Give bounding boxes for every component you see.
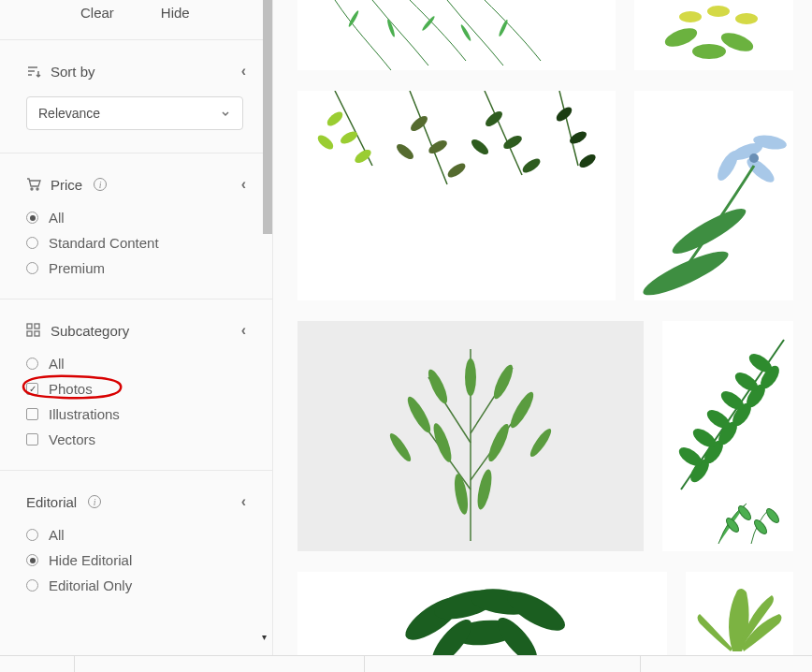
- editorial-option-hide[interactable]: Hide Editorial: [26, 552, 246, 568]
- subcategory-option-vectors[interactable]: Vectors: [26, 431, 246, 447]
- option-label: Photos: [49, 381, 93, 397]
- editorial-title: Editorial: [26, 494, 77, 510]
- result-thumbnail[interactable]: [662, 321, 793, 551]
- radio-icon: [26, 554, 38, 566]
- hide-filters-link[interactable]: Hide: [161, 5, 190, 21]
- option-label: Illustrations: [49, 406, 120, 422]
- subcategory-option-photos[interactable]: ✓ Photos: [26, 381, 246, 397]
- subcategory-title: Subcategory: [51, 323, 129, 339]
- svg-rect-4: [27, 331, 32, 336]
- results-grid: [273, 0, 812, 655]
- price-option-standard[interactable]: Standard Content: [26, 235, 246, 251]
- svg-point-0: [31, 188, 33, 190]
- grid-icon: [26, 323, 41, 338]
- radio-icon: [26, 212, 38, 224]
- subcategory-header[interactable]: Subcategory ‹: [26, 322, 246, 339]
- svg-point-48: [465, 358, 476, 396]
- price-title: Price: [51, 177, 82, 193]
- checkbox-icon: ✓: [26, 383, 38, 395]
- scroll-dropdown-caret[interactable]: ▾: [262, 632, 267, 642]
- svg-point-1: [36, 188, 38, 190]
- radio-icon: [26, 529, 38, 541]
- price-header[interactable]: Price i ‹: [26, 176, 246, 193]
- editorial-option-all[interactable]: All: [26, 527, 246, 543]
- status-bar: [0, 655, 812, 672]
- editorial-option-only[interactable]: Editorial Only: [26, 577, 246, 593]
- result-thumbnail[interactable]: [297, 0, 616, 70]
- svg-rect-2: [27, 324, 32, 329]
- option-label: Editorial Only: [49, 577, 132, 593]
- radio-icon: [26, 358, 38, 370]
- radio-icon: [26, 262, 38, 274]
- svg-rect-3: [35, 324, 39, 329]
- checkbox-icon: [26, 433, 38, 446]
- sort-selected-value: Relevance: [38, 106, 100, 121]
- chevron-down-icon: [220, 108, 231, 119]
- option-label: Premium: [49, 260, 105, 276]
- svg-point-13: [679, 11, 702, 22]
- filters-sidebar: ▾ Clear Hide Sort by ‹ Relevance: [0, 0, 273, 655]
- sort-icon: [26, 64, 41, 79]
- subcategory-option-all[interactable]: All: [26, 356, 246, 372]
- svg-rect-6: [297, 0, 616, 70]
- option-label: Standard Content: [49, 235, 159, 251]
- result-thumbnail[interactable]: [297, 572, 667, 655]
- sort-select[interactable]: Relevance: [26, 96, 243, 130]
- chevron-left-icon: ‹: [241, 63, 246, 80]
- option-label: All: [49, 527, 65, 543]
- sort-title: Sort by: [51, 64, 95, 80]
- svg-rect-5: [35, 331, 39, 336]
- info-icon[interactable]: i: [94, 178, 107, 191]
- sort-header[interactable]: Sort by ‹: [26, 63, 246, 80]
- scrollbar-thumb[interactable]: [263, 0, 272, 234]
- option-label: All: [49, 210, 65, 226]
- svg-point-40: [749, 153, 759, 163]
- clear-filters-link[interactable]: Clear: [80, 5, 114, 21]
- result-thumbnail[interactable]: [634, 91, 793, 300]
- result-thumbnail[interactable]: [297, 321, 644, 551]
- editorial-header[interactable]: Editorial i ‹: [26, 493, 246, 510]
- chevron-left-icon: ‹: [241, 493, 246, 510]
- option-label: All: [49, 356, 65, 372]
- option-label: Hide Editorial: [49, 552, 132, 568]
- result-thumbnail[interactable]: [634, 0, 793, 70]
- info-icon[interactable]: i: [88, 495, 101, 508]
- svg-point-18: [692, 44, 726, 59]
- result-thumbnail[interactable]: [297, 91, 616, 300]
- checkbox-icon: [26, 408, 38, 420]
- radio-icon: [26, 579, 38, 592]
- svg-point-14: [707, 6, 730, 17]
- cart-icon: [26, 177, 41, 192]
- chevron-left-icon: ‹: [241, 176, 246, 193]
- svg-point-15: [735, 13, 758, 24]
- chevron-left-icon: ‹: [241, 322, 246, 339]
- subcategory-option-illustrations[interactable]: Illustrations: [26, 406, 246, 422]
- option-label: Vectors: [49, 431, 95, 447]
- price-option-premium[interactable]: Premium: [26, 260, 246, 276]
- price-option-all[interactable]: All: [26, 210, 246, 226]
- radio-icon: [26, 237, 38, 249]
- result-thumbnail[interactable]: [686, 572, 793, 655]
